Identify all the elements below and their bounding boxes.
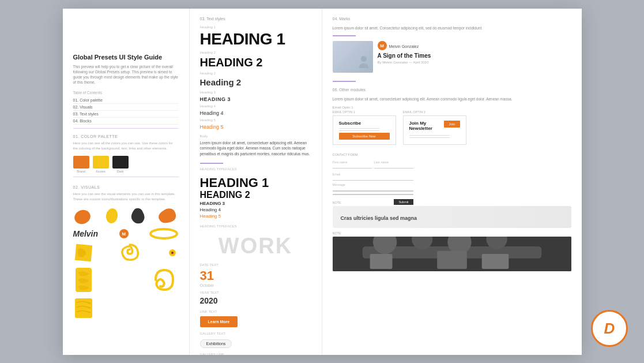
modules-section-label: 06. Other modules (333, 88, 571, 92)
style-label-h2upper: Heading 2 (200, 51, 226, 54)
color-label-dark: Dark (117, 170, 124, 173)
melvin-text: Melvin (73, 229, 99, 238)
last-name-label: Last name (374, 160, 413, 164)
subscribe-title: Subscribe (339, 121, 390, 126)
style-row-h1: Heading 1 (200, 25, 311, 29)
blob-row-3 (73, 242, 179, 263)
all-headings-block: HEADING 1 HEADING 2 HEADING 3 Heading 4 … (200, 177, 311, 219)
learn-more-button[interactable]: Learn More (200, 316, 238, 327)
heading-typefaces-label: HEADING TYPEFACES (200, 167, 237, 171)
svg-point-0 (84, 33, 93, 40)
toc-item-3[interactable]: 03. Text styles (73, 111, 179, 118)
yellow-wavy-1 (73, 265, 94, 294)
body-text-display: Lorem ipsum dolor sit amet, consectetuer… (200, 140, 311, 157)
last-name-field[interactable]: Last name (374, 158, 413, 170)
yellow-wavy-2 (73, 297, 94, 320)
svg-point-11 (361, 56, 367, 62)
blob-row-4 (73, 265, 179, 294)
heading2-upper-display: HEADING 2 (200, 57, 311, 68)
page-title: Global Presets UI Style Guide (73, 54, 179, 61)
article-title: A Sign of the Times (378, 53, 431, 59)
email-label: Email (333, 173, 413, 176)
first-name-field[interactable]: First name (333, 158, 372, 170)
person-silhouette (358, 55, 370, 69)
subscribe-button[interactable]: Subscribe Now (339, 133, 390, 140)
divi-badge-letter: D (604, 321, 615, 336)
ah-heading5: Heading 5 (200, 214, 311, 219)
newsletter-box: Join My Newsletter Join (403, 115, 466, 145)
style-label-h1: Heading 1 (200, 25, 226, 29)
style-row-h5: Heading 5 (200, 118, 311, 122)
exhibitions-badge: Exhibitions (200, 339, 232, 348)
submit-button[interactable]: Submit (394, 199, 413, 205)
logo-area: D Divi Layout Shop By Elegant Themes (73, 17, 179, 48)
modules-blurb: Lorem ipsum dolor sit amet, consectetuer… (333, 96, 571, 102)
ah-heading4: Heading 4 (200, 207, 311, 212)
message-line-2 (333, 194, 413, 195)
browser-window: D Divi Layout Shop By Elegant Themes Glo… (63, 9, 582, 355)
yellow-spiral (119, 242, 140, 263)
svg-text:D: D (86, 35, 91, 40)
style-row-body: Body (200, 134, 311, 138)
date-month-display: October (200, 283, 311, 287)
m-badge-small: M (119, 229, 129, 238)
divi-badge[interactable]: D (591, 310, 628, 347)
email-optin-1-label: Email Optin 1 (333, 106, 353, 109)
svg-rect-19 (437, 251, 467, 269)
newsletter-email-line[interactable] (409, 137, 450, 138)
newsletter-button[interactable]: Join (444, 121, 460, 128)
style-row-h3: Heading 3 (200, 91, 311, 94)
color-row: Brand Accent Dark (73, 156, 179, 173)
bee-icon (166, 246, 179, 259)
first-name-line (333, 168, 372, 169)
yellow-banner-box: Cras ultricies ligula sed magna (333, 206, 571, 228)
blob-row-5 (73, 297, 179, 320)
email-style-label: GALLERY LINK (200, 353, 311, 355)
first-name-label: First name (333, 160, 372, 164)
marks-section-label: 04. Marks (333, 17, 571, 21)
blob-row-2: Melvin M (73, 227, 179, 240)
ah-heading2: HEADING 2 (200, 190, 311, 200)
svg-rect-20 (481, 254, 509, 269)
newsletter-title: Join My Newsletter (409, 121, 445, 131)
toc-item-2[interactable]: 02. Visuals (73, 104, 179, 111)
contact-form-section: CONTACT FORM First name Last name Email … (333, 153, 571, 195)
yellow-square-1 (73, 242, 94, 263)
style-row-h4: Heading 4 (200, 104, 311, 108)
date-style-label: DATE TEXT (200, 263, 311, 267)
newsletter-input-line[interactable] (409, 135, 450, 136)
module-boxes-row: Email Optin 1 (333, 106, 571, 110)
yellow-circle-ring (150, 265, 179, 294)
heading-typefaces-note: HEADING TYPEFACES (200, 224, 311, 228)
color-swatch-dark (112, 156, 129, 169)
color-swatch-yellow (93, 156, 109, 169)
color-description: Here you can see all the colors you can … (73, 141, 179, 151)
badge-style-label: GALLERY TEXT (200, 332, 311, 335)
subscribe-email-input[interactable] (339, 130, 379, 131)
message-line (333, 190, 413, 192)
toc-item-1[interactable]: 01. Color palette (73, 97, 179, 104)
bottom-image-section: NOTE (333, 231, 571, 271)
divider-2 (73, 177, 179, 177)
color-brand: Brand (73, 156, 89, 173)
divider-purple-right (333, 35, 356, 36)
toc-item-4[interactable]: 04. Blocks (73, 118, 179, 125)
author-m-badge: M (378, 41, 387, 50)
svg-point-3 (105, 208, 119, 224)
mid-section-label: 03. Text styles (200, 17, 311, 21)
color-dark: Dark (112, 156, 129, 173)
ah-heading3: HEADING 3 (200, 201, 311, 206)
section-label-01: 01. Color palette (73, 134, 179, 139)
bottom-image-svg (333, 237, 571, 271)
all-styles-label-row: HEADING TYPEFACES (200, 167, 311, 171)
style-label-h3: Heading 3 (200, 91, 226, 94)
marks-blurb: Lorem ipsum dolor sit amet. Consectetur … (333, 25, 571, 31)
svg-rect-18 (370, 254, 392, 269)
heading2-mixed-display: Heading 2 (200, 77, 311, 87)
blob-orange-1 (73, 207, 95, 225)
subscribe-input[interactable] (339, 128, 379, 129)
style-label-h5: Heading 5 (200, 118, 226, 122)
message-label: Message (333, 183, 413, 186)
btn-style-label: LINK TEXT (200, 310, 311, 313)
svg-point-2 (73, 208, 92, 225)
